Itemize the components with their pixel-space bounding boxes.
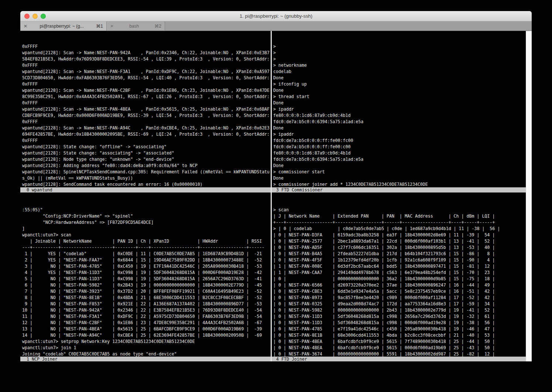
tab-shortcut: ⌘1 — [96, 24, 103, 29]
desktop: 1. pi@raspberrypi: ~ (gnubby-ssh) ✕ pi@r… — [0, 0, 552, 392]
tab-shortcut: ⌘2 — [154, 24, 161, 29]
pane-ftd-joiner-output: > scan | J | Network Name | Extended PAN… — [273, 207, 527, 358]
pane-status-ncp-joiner: 1 NCP Joiner — [20, 357, 276, 361]
terminal-window: 1. pi@raspberrypi: ~ (gnubby-ssh) ✕ pi@r… — [20, 11, 532, 361]
tab-ssh-session[interactable]: ✕ pi@raspberrypi: ~ (g... ⌘1 — [20, 21, 107, 31]
tmux-session: 0xFFFF wpantund[2128]: Scan -> Name:NEST… — [20, 31, 532, 361]
window-titlebar[interactable]: 1. pi@raspberrypi: ~ (gnubby-ssh) — [20, 11, 532, 21]
pane-status-ftd-joiner: 4 FTD Joiner — [272, 357, 530, 361]
pane-wpantund-output: 0xFFFF wpantund[2128]: Scan -> Name:NEST… — [22, 44, 272, 187]
tmux-pane-divider[interactable] — [271, 31, 272, 361]
pane-ftd-commissioner[interactable]: > > > > networkname codelab Done > ifcon… — [272, 31, 527, 187]
pane-status-ftd-commissioner: 3 FTD Commissioner — [272, 187, 530, 192]
pane-ncp-joiner[interactable]: :55:05)" "Config:NCP:DriverName" => "spi… — [20, 192, 272, 358]
tab-label: pi@raspberrypi: ~ (g... — [30, 24, 93, 29]
terminal-scrollbar[interactable] — [526, 31, 532, 361]
pane-ftd-commissioner-output: > > > > networkname codelab Done > ifcon… — [273, 44, 527, 187]
pane-status-wpantund: 0 wpantund — [20, 187, 276, 192]
tab-label: bash — [117, 24, 151, 29]
tab-bash[interactable]: ✕ bash ⌘2 — [107, 21, 165, 31]
window-title: 1. pi@raspberrypi: ~ (gnubby-ssh) — [20, 11, 532, 21]
tab-close-icon[interactable]: ✕ — [110, 24, 114, 29]
pane-ftd-joiner[interactable]: > scan | J | Network Name | Extended PAN… — [272, 192, 527, 358]
tab-close-icon[interactable]: ✕ — [24, 24, 27, 29]
pane-ncp-joiner-output: :55:05)" "Config:NCP:DriverName" => "spi… — [22, 207, 272, 358]
pane-wpantund[interactable]: 0xFFFF wpantund[2128]: Scan -> Name:NEST… — [20, 31, 272, 187]
tab-bar: ✕ pi@raspberrypi: ~ (g... ⌘1 ✕ bash ⌘2 — [20, 21, 532, 31]
